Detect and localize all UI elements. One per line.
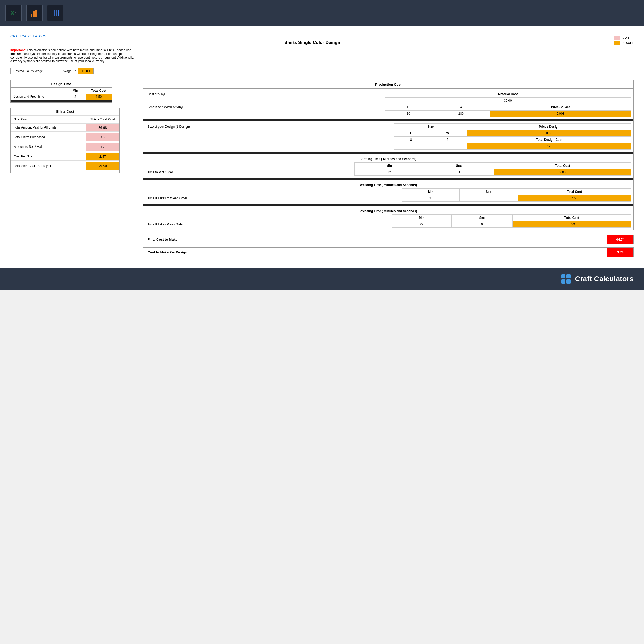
main-content: INPUT RESULT CRAFTCALCULATORS Shirts Sin…: [0, 26, 644, 268]
svg-rect-1: [33, 11, 35, 17]
wage-value[interactable]: 15.00: [78, 68, 93, 74]
shirts-value-0[interactable]: 36.98: [86, 124, 119, 131]
plotting-black-bar: [143, 178, 633, 180]
vinyl-cost-value[interactable]: 30.00: [385, 98, 631, 104]
important-prefix: Important:: [10, 48, 26, 52]
shirts-label-2: Amount to Sell / Make: [11, 143, 86, 151]
logo-sq-2: [566, 274, 571, 278]
shirts-label-1: Total Shirts Purchased: [11, 133, 86, 141]
weed-total-value: 7.50: [518, 195, 631, 202]
dt-min-header: Min: [65, 88, 86, 93]
legend-result-color: [614, 41, 620, 45]
wage-label: Desired Hourly Wage: [11, 68, 61, 74]
cost-per-design-value: 3.73: [607, 248, 633, 257]
plotting-table: Min Sec Total Cost Time to Plot Order 12…: [145, 162, 631, 176]
chart-icon[interactable]: [26, 5, 43, 21]
shirts-row-4: Total Shirt Cost For Project 29.58: [11, 162, 119, 170]
design-and-prep-label: Design and Prep Time: [11, 93, 65, 100]
vinyl-black-bar: [143, 119, 633, 121]
design-size-header: Size: [394, 124, 467, 130]
press-min-value[interactable]: 22: [392, 221, 452, 228]
press-min-header: Min: [392, 215, 452, 221]
shirts-label-3: Cost Per Shirt: [11, 152, 86, 160]
pressing-section: Pressing Time ( Minutes and Seconds) Min…: [143, 206, 633, 230]
design-l-header: L: [394, 130, 428, 137]
design-black-bar: [143, 152, 633, 154]
vinyl-l-header: L: [385, 104, 432, 111]
shirts-cost-header: Shirts Cost: [11, 108, 119, 115]
design-time-header: Design Time: [11, 80, 112, 88]
weed-min-header: Min: [402, 189, 459, 195]
design-total-value: 7.20: [467, 143, 631, 150]
weed-sec-value[interactable]: 0: [459, 195, 518, 202]
shirts-value-2[interactable]: 12: [86, 143, 119, 151]
sheets-icon[interactable]: [47, 5, 63, 21]
vinyl-length-label: Length and Width of Vinyl: [145, 104, 385, 111]
legend: INPUT RESULT: [614, 36, 634, 46]
press-sec-header: Sec: [451, 215, 512, 221]
vinyl-l-value[interactable]: 20: [385, 111, 432, 117]
excel-icon[interactable]: X≡: [5, 5, 22, 21]
important-note: Important: This calculator is compatible…: [10, 48, 135, 63]
dt-black-bar: [11, 100, 112, 102]
weeding-label: Time It Takes to Weed Order: [145, 195, 402, 202]
legend-result-label: RESULT: [622, 41, 634, 45]
weeding-section: Weeding Time ( Minutes and Seconds) Min …: [143, 180, 633, 204]
pressing-table: Min Sec Total Cost Time It Takes Press O…: [145, 214, 631, 228]
vinyl-price-header: Price/Square: [490, 104, 631, 111]
shirts-value-1[interactable]: 15: [86, 133, 119, 141]
wage-row: Desired Hourly Wage Wage/Hr 15.00: [10, 68, 94, 74]
plotting-header: Plotting Time ( Minutes and Seconds): [145, 156, 631, 162]
logo-sq-1: [561, 274, 565, 278]
plot-min-value[interactable]: 12: [355, 169, 424, 176]
left-column: Design Time Min Total Cost Design and Pr…: [10, 80, 135, 178]
right-column: Production Cost Cost of Vinyl Material C…: [143, 80, 634, 260]
weed-min-value[interactable]: 30: [402, 195, 459, 202]
production-cost-box: Production Cost Cost of Vinyl Material C…: [143, 80, 634, 230]
design-l-value[interactable]: 8: [394, 137, 428, 143]
cost-per-design-label: Cost to Make Per Design: [143, 248, 607, 257]
shirts-label-4: Total Shirt Cost For Project: [11, 162, 86, 170]
shirts-row-2: Amount to Sell / Make 12: [11, 143, 119, 151]
shirts-row-3: Cost Per Shirt 2.47: [11, 152, 119, 160]
weeding-table: Min Sec Total Cost Time It Takes to Weed…: [145, 188, 631, 202]
vinyl-material-header: Material Cost: [385, 91, 631, 98]
svg-rect-3: [52, 10, 58, 16]
design-section: Size of your Design (1 Design) Size Pric…: [143, 121, 633, 152]
design-total-header: Total Design Cost: [467, 137, 631, 143]
svg-rect-0: [31, 14, 32, 17]
press-total-value: 5.50: [512, 221, 631, 228]
important-text: This calculator is compatible with both …: [10, 48, 134, 63]
weed-sec-header: Sec: [459, 189, 518, 195]
design-price-header: Price / Design: [467, 124, 631, 130]
vinyl-table: Cost of Vinyl Material Cost 30.00 Length…: [145, 91, 631, 117]
plot-sec-header: Sec: [424, 163, 494, 169]
design-size-label: Size of your Design (1 Design): [145, 124, 394, 130]
dt-row-label: [11, 89, 65, 92]
dt-min-value[interactable]: 8: [65, 94, 86, 100]
vinyl-w-value[interactable]: 180: [432, 111, 490, 117]
legend-input-color: [614, 36, 620, 40]
wage-unit: Wage/Hr: [61, 68, 78, 74]
final-cost-row: Final Cost to Make 44.74: [143, 235, 634, 244]
design-w-header: W: [428, 130, 467, 137]
final-cost-value: 44.74: [607, 235, 633, 244]
plot-total-value: 3.00: [494, 169, 631, 176]
plotting-label: Time to Plot Order: [145, 169, 355, 176]
brand-link[interactable]: CRAFTCALCULATORS: [10, 34, 46, 38]
top-bar: X≡: [0, 0, 644, 26]
design-price-value: 0.60: [467, 130, 631, 137]
design-w-value[interactable]: 9: [428, 137, 467, 143]
press-sec-value[interactable]: 0: [451, 221, 512, 228]
press-total-header: Total Cost: [512, 215, 631, 221]
shirts-cost-box: Shirts Cost Shirt Cost Shirts Total Cost…: [10, 108, 120, 173]
pressing-header: Pressing Time ( Minutes and Seconds): [145, 208, 631, 214]
bottom-brand-text: Craft Calculators: [575, 275, 634, 283]
dt-total-header: Total Cost: [86, 88, 112, 93]
vinyl-price-value: 0.008: [490, 111, 631, 117]
plot-sec-value[interactable]: 0: [424, 169, 494, 176]
shirts-row-1: Total Shirts Purchased 15: [11, 133, 119, 141]
production-header: Production Cost: [143, 80, 633, 89]
page-title: Shirts Single Color Design: [10, 40, 634, 45]
sc-label-col: Shirt Cost: [11, 116, 86, 123]
